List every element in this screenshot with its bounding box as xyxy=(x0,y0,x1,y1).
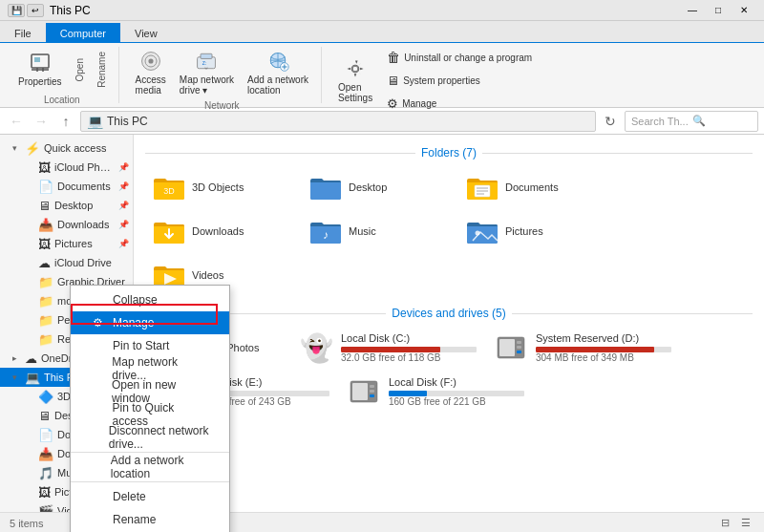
context-menu: Collapse ⚙ Manage Pin to Start Map netwo… xyxy=(70,285,230,532)
properties-button[interactable]: Properties xyxy=(13,49,67,90)
ctx-rename[interactable]: Rename xyxy=(71,508,229,531)
folder-documents-icon xyxy=(465,173,499,202)
ctx-open-window[interactable]: Open in new window xyxy=(71,380,229,403)
folders-line-left xyxy=(145,153,415,154)
expander-onedrive[interactable]: ▸ xyxy=(8,351,21,365)
svg-rect-40 xyxy=(352,383,368,400)
ctx-collapse[interactable]: Collapse xyxy=(71,288,229,311)
ctx-pin-start[interactable]: Pin to Start xyxy=(71,334,229,357)
pictures-label: Pictures xyxy=(54,238,93,249)
save-btn[interactable]: 💾 xyxy=(8,4,25,17)
svg-rect-9 xyxy=(201,53,212,58)
ribbon-group-location: Properties Open Rename Location xyxy=(6,47,119,103)
ctx-pin-start-label: Pin to Start xyxy=(113,339,169,352)
open-btn[interactable]: Open xyxy=(71,53,89,86)
tab-file[interactable]: File xyxy=(0,23,46,42)
forward-button[interactable]: → xyxy=(31,111,52,132)
undo-btn[interactable]: ↩ xyxy=(27,4,44,17)
ctx-add-location[interactable]: Add a network location xyxy=(71,456,229,479)
folder-music-icon: ♪ xyxy=(308,217,343,245)
pin-pictures: 📌 xyxy=(118,239,129,248)
folder-documents[interactable]: Documents xyxy=(458,167,611,207)
expander-quick-access[interactable]: ▾ xyxy=(8,141,21,155)
moon-icon: 📁 xyxy=(38,294,53,309)
delete-ctx-icon xyxy=(90,489,105,504)
icloud-photos-icon: 🖼 xyxy=(38,160,51,175)
3d-objects-icon: 🔷 xyxy=(38,390,53,404)
expander-this-pc[interactable]: ▾ xyxy=(8,371,21,384)
uninstall-button[interactable]: 🗑 Uninstall or change a program xyxy=(381,47,538,68)
drive-local-f[interactable]: Local Disk (F:) 160 GB free of 221 GB xyxy=(340,372,531,412)
system-props-label: System properties xyxy=(403,75,480,86)
sidebar-item-quick-access[interactable]: ▾ ⚡ Quick access xyxy=(0,138,133,158)
folder-downloads-icon-wrap xyxy=(152,216,186,246)
folder-pictures-label: Pictures xyxy=(505,225,543,237)
registry-icon: 📁 xyxy=(38,332,53,347)
local-c-details: 32.0 GB free of 118 GB xyxy=(341,352,477,363)
maximize-button[interactable]: □ xyxy=(706,2,731,19)
pin-icloud: 📌 xyxy=(118,162,129,172)
sidebar-item-icloud-photos[interactable]: 🖼 iCloud Photos 📌 xyxy=(0,158,133,177)
folder-3d-objects-icon: 3D xyxy=(152,173,186,202)
folder-pictures[interactable]: Pictures xyxy=(458,211,611,251)
folders-line-right xyxy=(482,153,753,154)
add-location-icon xyxy=(266,50,289,73)
local-c-drive-name: Local Disk (C:) xyxy=(341,332,477,344)
documents-icon: 📄 xyxy=(38,180,53,194)
ctx-pin-quick[interactable]: Pin to Quick access xyxy=(71,403,229,426)
close-button[interactable]: ✕ xyxy=(732,2,756,19)
access-media-button[interactable]: Accessmedia xyxy=(131,47,171,98)
back-button[interactable]: ← xyxy=(6,111,27,132)
ctx-manage[interactable]: ⚙ Manage xyxy=(71,311,229,334)
address-bar: ← → ↑ 💻 This PC ↻ Search Th... 🔍 xyxy=(0,108,764,135)
add-location-button[interactable]: Add a networklocation xyxy=(243,47,313,98)
desktop-label: Desktop xyxy=(54,200,93,211)
pictures-icon: 🖼 xyxy=(38,237,51,251)
up-button[interactable]: ↑ xyxy=(55,111,76,132)
sidebar-item-documents[interactable]: 📄 Documents 📌 xyxy=(0,177,133,196)
view-large-icons[interactable]: ⊟ xyxy=(716,515,733,532)
ctx-manage-label: Manage xyxy=(113,316,154,330)
tab-computer[interactable]: Computer xyxy=(46,23,120,42)
music-icon: 🎵 xyxy=(38,466,53,480)
address-path[interactable]: 💻 This PC xyxy=(80,111,596,132)
folder-desktop[interactable]: Desktop xyxy=(302,167,455,207)
pin-quick-icon xyxy=(90,407,105,422)
system-props-button[interactable]: 🖥 System properties xyxy=(381,71,538,91)
ctx-delete[interactable]: Delete xyxy=(71,485,229,508)
sidebar-item-desktop[interactable]: 🖥 Desktop 📌 xyxy=(0,196,133,215)
ctx-map-drive[interactable]: Map network drive... xyxy=(71,357,229,380)
view-details[interactable]: ☰ xyxy=(737,515,754,532)
folder-music[interactable]: ♪ Music xyxy=(302,211,455,251)
tab-view[interactable]: View xyxy=(120,23,172,42)
desktop-icon: 🖥 xyxy=(38,199,51,213)
desktop2-icon: 🖥 xyxy=(38,409,51,423)
minimize-button[interactable]: — xyxy=(680,2,705,19)
folder-downloads[interactable]: Downloads xyxy=(145,211,298,251)
sidebar-item-downloads[interactable]: 📥 Downloads 📌 xyxy=(0,215,133,234)
search-icon[interactable]: 🔍 xyxy=(692,115,706,127)
drive-system-d[interactable]: System Reserved (D:) 304 MB free of 349 … xyxy=(487,328,678,368)
rename-btn[interactable]: Rename xyxy=(93,47,111,93)
folders-grid: 3D 3D Objects Desktop xyxy=(145,167,753,295)
sidebar-item-pictures[interactable]: 🖼 Pictures 📌 xyxy=(0,234,133,253)
system-d-drive-name: System Reserved (D:) xyxy=(536,332,671,344)
pictures2-icon: 🖼 xyxy=(38,485,51,500)
open-settings-button[interactable]: OpenSettings xyxy=(333,54,377,106)
quick-access-icon: ⚡ xyxy=(25,141,40,156)
folder-3d-objects[interactable]: 3D 3D Objects xyxy=(145,167,298,207)
refresh-button[interactable]: ↻ xyxy=(600,111,621,132)
devices-section-header: Devices and drives (5) xyxy=(145,307,753,320)
icloud-drive-icon: ☁ xyxy=(38,256,51,270)
location-buttons: Properties Open Rename xyxy=(13,47,111,93)
onedrive-icon: ☁ xyxy=(25,351,37,366)
local-f-details: 160 GB free of 221 GB xyxy=(389,396,524,407)
map-drive-button[interactable]: Z: Map networkdrive ▾ xyxy=(175,47,239,98)
sidebar-item-icloud-drive[interactable]: ☁ iCloud Drive xyxy=(0,253,133,272)
drive-local-c[interactable]: 👻 Local Disk (C:) 32.0 GB free of 118 GB xyxy=(292,328,483,368)
ctx-add-location-label: Add a network location xyxy=(111,454,210,480)
title-bar: 💾 ↩ This PC — □ ✕ xyxy=(0,0,764,21)
ctx-disconnect[interactable]: Disconnect network drive... xyxy=(71,426,229,449)
add-location-label: Add a networklocation xyxy=(247,74,308,96)
local-f-drive-icon xyxy=(347,377,381,406)
